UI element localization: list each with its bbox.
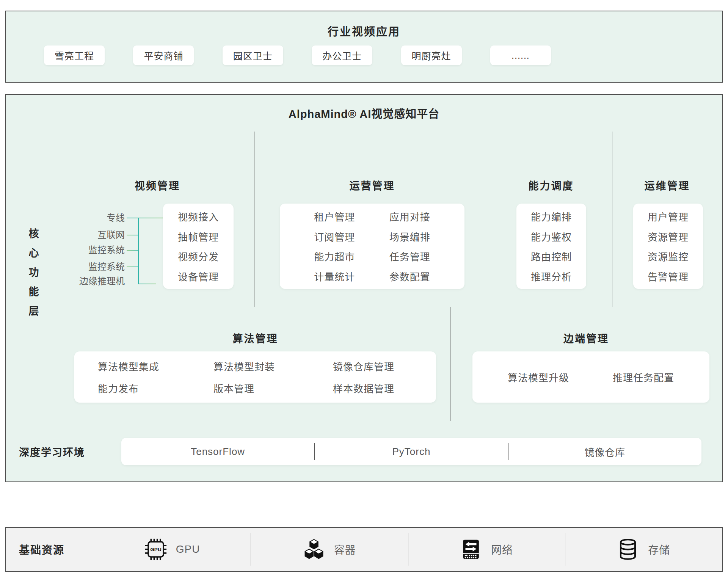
container-icon bbox=[303, 538, 325, 560]
infra-item-network: 网络 bbox=[408, 533, 565, 566]
feature-item: 设备管理 bbox=[178, 269, 219, 283]
app-pill-xueliang: 雪亮工程 bbox=[44, 45, 105, 65]
core-row-2: 算法管理 算法模型集成 能力发布 算法模型封装 版本管理 镜像仓库管理 样本数据… bbox=[61, 307, 722, 421]
feature-item: 参数配置 bbox=[389, 269, 430, 283]
infra-item-label: 网络 bbox=[491, 542, 513, 557]
feature-item: 样本数据管理 bbox=[333, 381, 394, 395]
industry-apps-panel: 行业视频应用 雪亮工程 平安商铺 园区卫士 办公卫士 明厨亮灶 ...... bbox=[5, 11, 723, 83]
operation-feature-card: 租户管理 订阅管理 能力超市 计量统计 应用对接 场景编排 任务管理 参数配置 bbox=[280, 204, 464, 289]
feature-item: 路由控制 bbox=[531, 249, 572, 263]
video-source-label: 专线 bbox=[107, 212, 125, 224]
connector-line bbox=[127, 235, 138, 235]
feature-item: 版本管理 bbox=[213, 381, 254, 395]
feature-item: 租户管理 bbox=[314, 209, 355, 223]
video-source-label: 监控系统 bbox=[88, 244, 125, 256]
infrastructure-panel: 基础资源 GPU GPU bbox=[5, 527, 723, 572]
feature-item: 推理任务配置 bbox=[613, 370, 674, 384]
industry-apps-title: 行业视频应用 bbox=[6, 23, 722, 39]
feature-item: 资源管理 bbox=[648, 229, 689, 243]
feature-item: 任务管理 bbox=[389, 249, 430, 263]
infra-item-container: 容器 bbox=[251, 533, 408, 566]
network-icon bbox=[460, 538, 482, 560]
video-feature-card: 视频接入 抽帧管理 视频分发 设备管理 bbox=[163, 204, 234, 289]
core-row-1: 视频管理 专线 互联网 监控系统 监控系统 边缘推理机 视频接入 抽帧管理 视频… bbox=[61, 132, 722, 307]
dl-env-item-tensorflow: TensorFlow bbox=[121, 438, 314, 465]
feature-item: 算法模型升级 bbox=[508, 370, 569, 384]
dl-env-item-registry: 镜像仓库 bbox=[508, 438, 701, 465]
infra-item-gpu: GPU GPU bbox=[94, 533, 251, 566]
feature-item: 算法模型集成 bbox=[98, 359, 159, 373]
section-algorithm-management: 算法管理 算法模型集成 能力发布 算法模型封装 版本管理 镜像仓库管理 样本数据… bbox=[61, 307, 450, 421]
connector-trunk bbox=[138, 218, 139, 284]
feature-item: 镜像仓库管理 bbox=[333, 359, 394, 373]
feature-item: 能力发布 bbox=[98, 381, 139, 395]
gpu-icon: GPU bbox=[145, 538, 167, 560]
edge-section-title: 边端管理 bbox=[450, 331, 722, 345]
app-pill-row: 雪亮工程 平安商铺 园区卫士 办公卫士 明厨亮灶 ...... bbox=[44, 45, 551, 65]
feature-item: 应用对接 bbox=[389, 209, 430, 223]
infra-item-label: 容器 bbox=[334, 542, 356, 557]
video-section-title: 视频管理 bbox=[61, 178, 254, 193]
infra-item-label: 存储 bbox=[648, 542, 670, 557]
operation-column-2: 应用对接 场景编排 任务管理 参数配置 bbox=[389, 204, 430, 289]
platform-panel: AlphaMind® AI视觉感知平台 核心功能层 视频管理 专线 互联网 监控… bbox=[5, 94, 723, 482]
maintenance-section-title: 运维管理 bbox=[612, 178, 722, 193]
dl-environment-bar: TensorFlow PyTorch 镜像仓库 bbox=[121, 438, 701, 465]
section-operation-management: 运营管理 租户管理 订阅管理 能力超市 计量统计 应用对接 场景编排 任务管理 … bbox=[254, 132, 490, 307]
infra-item-storage: 存储 bbox=[565, 533, 722, 566]
section-ops-maintenance: 运维管理 用户管理 资源管理 资源监控 告警管理 bbox=[612, 132, 722, 307]
feature-item: 用户管理 bbox=[648, 209, 689, 223]
feature-item: 能力编排 bbox=[531, 209, 572, 223]
app-pill-ellipsis: ...... bbox=[490, 45, 551, 65]
platform-title: AlphaMind® AI视觉感知平台 bbox=[6, 95, 722, 131]
feature-item: 场景编排 bbox=[389, 229, 430, 243]
feature-item: 推理分析 bbox=[531, 269, 572, 283]
connector-line bbox=[127, 267, 138, 267]
operation-column-1: 租户管理 订阅管理 能力超市 计量统计 bbox=[314, 204, 355, 289]
dl-environment-label: 深度学习环境 bbox=[19, 444, 85, 459]
feature-item: 算法模型封装 bbox=[213, 359, 275, 373]
connector-line bbox=[138, 284, 156, 284]
architecture-diagram: 行业视频应用 雪亮工程 平安商铺 园区卫士 办公卫士 明厨亮灶 ...... A… bbox=[0, 0, 728, 577]
algorithm-column-3: 镜像仓库管理 样本数据管理 bbox=[333, 351, 394, 403]
connector-line bbox=[127, 218, 163, 218]
algorithm-column-2: 算法模型封装 版本管理 bbox=[213, 351, 275, 403]
core-layer-label: 核心功能层 bbox=[26, 228, 41, 325]
infrastructure-label: 基础资源 bbox=[6, 542, 94, 557]
section-edge-management: 边端管理 算法模型升级 推理任务配置 bbox=[450, 307, 722, 421]
maintenance-feature-card: 用户管理 资源管理 资源监控 告警管理 bbox=[633, 204, 703, 289]
dl-environment-row: 深度学习环境 TensorFlow PyTorch 镜像仓库 bbox=[6, 421, 722, 482]
app-pill-pingan: 平安商铺 bbox=[133, 45, 194, 65]
app-pill-mingchu: 明厨亮灶 bbox=[401, 45, 462, 65]
feature-item: 计量统计 bbox=[314, 269, 355, 283]
video-source-label: 互联网 bbox=[97, 229, 125, 241]
algorithm-section-title: 算法管理 bbox=[61, 331, 450, 345]
video-source-label: 边缘推理机 bbox=[79, 275, 125, 287]
edge-feature-card: 算法模型升级 推理任务配置 bbox=[472, 351, 709, 403]
scheduling-section-title: 能力调度 bbox=[490, 178, 612, 193]
algorithm-column-1: 算法模型集成 能力发布 bbox=[98, 351, 159, 403]
section-video-management: 视频管理 专线 互联网 监控系统 监控系统 边缘推理机 视频接入 抽帧管理 视频… bbox=[61, 132, 254, 307]
feature-item: 抽帧管理 bbox=[178, 229, 219, 243]
app-pill-bangong: 办公卫士 bbox=[312, 45, 372, 65]
infra-item-label: GPU bbox=[176, 543, 200, 555]
feature-item: 告警管理 bbox=[648, 269, 689, 283]
app-pill-yuanqu: 园区卫士 bbox=[223, 45, 283, 65]
gpu-chip-text: GPU bbox=[150, 547, 161, 552]
video-source-label: 监控系统 bbox=[88, 261, 125, 273]
feature-item: 能力鉴权 bbox=[531, 229, 572, 243]
operation-section-title: 运营管理 bbox=[254, 178, 490, 193]
storage-icon bbox=[617, 538, 639, 560]
scheduling-feature-card: 能力编排 能力鉴权 路由控制 推理分析 bbox=[516, 204, 586, 289]
feature-item: 资源监控 bbox=[648, 249, 689, 263]
feature-item: 视频接入 bbox=[178, 209, 219, 223]
connector-line bbox=[127, 250, 138, 251]
algorithm-feature-card: 算法模型集成 能力发布 算法模型封装 版本管理 镜像仓库管理 样本数据管理 bbox=[74, 351, 436, 403]
dl-env-item-pytorch: PyTorch bbox=[315, 438, 508, 465]
feature-item: 订阅管理 bbox=[314, 229, 355, 243]
feature-item: 视频分发 bbox=[178, 249, 219, 263]
section-capability-scheduling: 能力调度 能力编排 能力鉴权 路由控制 推理分析 bbox=[490, 132, 612, 307]
feature-item: 能力超市 bbox=[314, 249, 355, 263]
core-layer-column: 核心功能层 bbox=[6, 132, 60, 421]
